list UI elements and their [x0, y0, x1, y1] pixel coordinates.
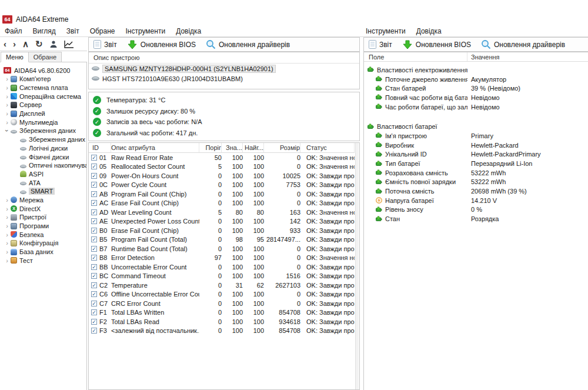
tree-item[interactable]: Логічні диски [0, 144, 86, 153]
smart-row[interactable]: C2 Temperature 0 31 62 2627103 OK: Завжд… [89, 281, 355, 290]
tree-item[interactable]: › Комп'ютер [0, 75, 86, 84]
battery-section-row[interactable]: Властивості батареї [364, 122, 588, 131]
forward-icon[interactable]: › [13, 39, 16, 48]
battery-section-row[interactable]: Властивості електроживлення [364, 65, 588, 75]
tree-item[interactable]: › DirectX [0, 204, 86, 213]
chevron-icon[interactable]: › [4, 248, 11, 255]
chevron-icon[interactable]: › [4, 110, 11, 117]
menu-item[interactable]: Файл [5, 27, 22, 36]
report-button[interactable]: Звіт [93, 40, 117, 49]
smart-row[interactable]: AE Unexpected Power Loss Count 0 100 100… [89, 217, 355, 226]
col-header-attribute[interactable]: Опис атрибута [111, 143, 199, 152]
smart-row[interactable]: BB Uncorrectable Error Count 0 100 100 0… [89, 262, 355, 272]
device-row[interactable]: HGST HTS721010A9E630 (JR1004D31UBABM) [89, 74, 359, 84]
chevron-icon[interactable]: › [4, 205, 11, 212]
driver-update-button[interactable]: Оновлення драйверів [206, 39, 290, 49]
chevron-icon[interactable]: › [4, 222, 11, 229]
col-header-value[interactable]: Зна... [222, 143, 243, 152]
battery-field-row[interactable]: Поточне джерело живлення Акумулятор [364, 75, 588, 84]
attribute-checkbox[interactable] [91, 319, 97, 325]
battery-field-row[interactable]: Розрахована ємність 53222 mWh [364, 168, 588, 178]
chevron-icon[interactable]: › [4, 84, 11, 91]
col-header-value[interactable]: Значення [467, 54, 500, 61]
tree-item[interactable]: › Мережа [0, 196, 86, 205]
battery-field-row[interactable]: Поточна ємність 20698 mWh (39 %) [364, 186, 588, 196]
menu-item[interactable]: Довідка [176, 27, 201, 36]
menu-item[interactable]: Обране [90, 27, 115, 36]
device-row[interactable]: SAMSUNG MZNTY128HDHP-000H1 (S2YLNB1HA029… [89, 64, 359, 74]
smart-row[interactable]: B5 Program Fail Count (Total) 0 98 95 28… [89, 235, 355, 245]
attribute-checkbox[interactable] [91, 155, 97, 161]
report-button-right[interactable]: Звіт [369, 40, 392, 49]
menu-item[interactable]: Вигляд [33, 27, 56, 36]
smart-row[interactable]: 05 Reallocated Sector Count 5 100 100 0 … [89, 162, 355, 172]
driver-update-button-right[interactable]: Оновлення драйверів [481, 39, 565, 49]
bios-update-button-right[interactable]: Оновлення BIOS [402, 39, 471, 50]
smart-row[interactable]: C7 CRC Error Count 0 100 100 0 OK: Завжд… [89, 299, 355, 308]
device-list-header[interactable]: Опис пристрою [89, 52, 359, 64]
chevron-icon[interactable]: › [4, 119, 11, 126]
menu-item[interactable]: Інструменти [126, 27, 166, 36]
battery-field-row[interactable]: Повний час роботи від батареї Невідомо [364, 93, 588, 102]
col-header-field[interactable]: Поле [364, 52, 467, 61]
col-header-worst[interactable]: Найг... [243, 143, 264, 152]
battery-field-row[interactable]: Напруга батареї 14.210 V [364, 196, 588, 205]
tree-item[interactable]: Збереження даних Wi [0, 135, 86, 144]
tree-item[interactable]: › Тест [0, 256, 86, 265]
attribute-checkbox[interactable] [91, 164, 97, 169]
smart-row[interactable]: F3 <залежний від постачальник... 0 100 1… [89, 326, 355, 336]
attribute-checkbox[interactable] [91, 282, 97, 288]
back-icon[interactable]: ‹ [4, 39, 6, 48]
attribute-checkbox[interactable] [91, 191, 97, 197]
menu-item[interactable]: Довідка [416, 27, 442, 36]
tree-item[interactable]: › Дисплей [0, 109, 86, 118]
menu-item[interactable]: Інструменти [366, 27, 406, 36]
battery-field-row[interactable]: Рівень зносу 0 % [364, 205, 588, 215]
smart-row[interactable]: AC Erase Fail Count (Chip) 0 100 100 0 O… [89, 199, 355, 208]
smart-row[interactable]: AB Program Fail Count (Chip) 0 100 100 0… [89, 189, 355, 199]
refresh-icon[interactable]: ↻ [35, 39, 43, 48]
col-header-size[interactable]: Розмір [264, 143, 300, 152]
chevron-icon[interactable]: › [4, 93, 11, 100]
attribute-checkbox[interactable] [91, 264, 97, 270]
tree-item[interactable]: SMART [0, 187, 86, 196]
smart-row[interactable]: B8 Error Detection 97 100 100 0 OK: Знач… [89, 254, 355, 263]
battery-field-row[interactable]: Виробник Hewlett-Packard [364, 141, 588, 150]
col-header-id[interactable]: ID [89, 143, 111, 152]
smart-row[interactable]: B7 Runtime Bad Count (Total) 0 100 100 0… [89, 244, 355, 254]
col-header-threshold[interactable]: Поріг [199, 143, 222, 152]
tree-item[interactable]: Фізичні диски [0, 152, 86, 161]
battery-field-row[interactable]: Ім'я пристрою Primary [364, 131, 588, 141]
tree-item[interactable]: ASPI [0, 170, 86, 179]
attribute-checkbox[interactable] [91, 209, 97, 215]
user-icon[interactable] [49, 40, 58, 48]
chevron-icon[interactable]: › [4, 231, 11, 238]
attribute-checkbox[interactable] [91, 200, 97, 206]
attribute-checkbox[interactable] [91, 328, 97, 334]
chevron-icon[interactable]: › [4, 214, 11, 221]
attribute-checkbox[interactable] [91, 273, 97, 279]
attribute-checkbox[interactable] [91, 236, 97, 242]
battery-field-row[interactable]: Унікальний ID Hewlett-PackardPrimary [364, 150, 588, 159]
tree-item[interactable]: › Конфігурація [0, 239, 86, 248]
attribute-checkbox[interactable] [91, 301, 97, 306]
chevron-icon[interactable]: › [4, 101, 11, 108]
up-icon[interactable]: ∧ [22, 39, 29, 48]
smart-row[interactable]: BC Command Timeout 0 100 100 1516 OK: За… [89, 272, 355, 281]
attribute-checkbox[interactable] [91, 309, 97, 315]
sidebar-tab[interactable]: Обране [29, 52, 62, 62]
tree-item[interactable]: › Збереження даних [0, 126, 86, 135]
chevron-icon[interactable]: › [4, 196, 11, 204]
attribute-checkbox[interactable] [91, 291, 97, 297]
tree-item[interactable]: › База даних [0, 248, 86, 256]
tree-item[interactable]: › Системна плата [0, 84, 86, 92]
tree-item[interactable]: › Операційна система [0, 92, 86, 101]
smart-row[interactable]: 01 Raw Read Error Rate 50 100 100 0 OK: … [89, 153, 355, 162]
chart-icon[interactable] [64, 40, 74, 48]
chevron-icon[interactable]: › [4, 239, 11, 246]
battery-field-row[interactable]: Ємність повної зарядки 53222 mWh [364, 178, 588, 187]
battery-field-row[interactable]: Час роботи батареї, що залиш... Невідомо [364, 102, 588, 112]
vertical-scrollbar[interactable] [355, 143, 359, 389]
col-header-status[interactable]: Статус [300, 143, 355, 152]
battery-field-row[interactable]: Стан Розрядка [364, 214, 588, 224]
